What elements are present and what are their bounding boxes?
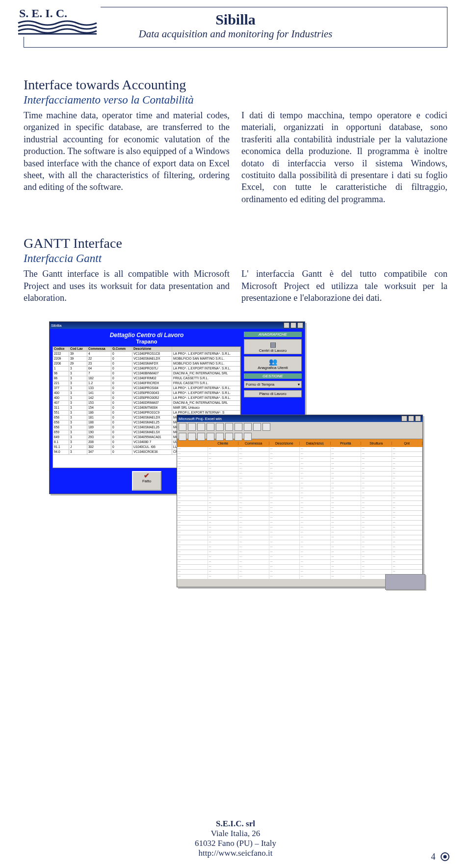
table-row[interactable]: ························ xyxy=(177,526,422,530)
table-row[interactable]: ························ xyxy=(177,516,422,521)
table-cell: 0 xyxy=(111,367,132,371)
toolbar-button[interactable] xyxy=(179,433,186,441)
table-row[interactable]: ························ xyxy=(177,467,422,472)
table-cell: ··· xyxy=(392,560,423,564)
table-row[interactable]: ························ xyxy=(177,550,422,555)
detail-subtitle: Trapano xyxy=(52,339,241,344)
table-cell: ··· xyxy=(177,501,208,505)
table-row[interactable]: ························ xyxy=(177,472,422,476)
table-row[interactable]: ························ xyxy=(177,447,422,452)
table-row[interactable]: 220629230VC1040SMAFDXMOBILFICIO SAN MART… xyxy=(53,362,240,367)
table-cell: ··· xyxy=(238,491,269,496)
detail-title: Dettaglio Centro di Lavoro xyxy=(52,332,241,339)
table-row[interactable]: ························ xyxy=(177,452,422,457)
table-row[interactable]: ························ xyxy=(177,530,422,535)
table-cell: ··· xyxy=(269,516,300,520)
minimize-button[interactable] xyxy=(284,322,289,328)
table-row[interactable]: 40031410VC1050PRO0043LA PRO^. L.EXPORT I… xyxy=(53,391,240,396)
table-row[interactable]: 31131540VC1040MTM004MAR SRL Unisoco xyxy=(53,406,240,411)
table-row[interactable]: ························ xyxy=(177,457,422,462)
table-row[interactable]: ························ xyxy=(177,560,422,565)
accounting-text-it: I dati di tempo macchina, tempo operator… xyxy=(241,109,447,205)
toolbar-button[interactable] xyxy=(262,423,270,431)
table-row[interactable]: 13640VC1040PRO07L/LA PRO^. L.EXPORT INTE… xyxy=(53,367,240,371)
table-row[interactable]: 220939220VC1040SMAELDXMOBILFICIO SAN MAR… xyxy=(53,357,240,362)
table-row[interactable]: 40731530VC1040DRIMA07DIACINI A_FIC INTER… xyxy=(53,401,240,406)
table-cell: ··· xyxy=(208,457,239,461)
toolbar-button[interactable] xyxy=(188,433,196,441)
table-cell: ··· xyxy=(361,545,392,550)
toolbar-button[interactable] xyxy=(197,433,205,441)
table-row[interactable]: ························ xyxy=(177,521,422,526)
table-cell: 1.2 xyxy=(87,381,111,386)
table-cell: ··· xyxy=(208,550,239,554)
table-row[interactable]: ························ xyxy=(177,511,422,516)
toolbar-button[interactable] xyxy=(188,423,196,431)
table-cell: ··· xyxy=(331,462,362,466)
toolbar-button[interactable] xyxy=(244,433,252,441)
fatto-button[interactable]: ✔ Fatto xyxy=(132,471,161,491)
table-row[interactable]: ························ xyxy=(177,555,422,560)
table-cell: 0 xyxy=(111,357,132,361)
table-cell: ··· xyxy=(300,516,331,520)
side-centri[interactable]: ▤ Centri di Lavoro xyxy=(244,339,302,354)
table-cell: ··· xyxy=(238,550,269,554)
table-row[interactable]: ························ xyxy=(177,501,422,506)
table-cell: ··· xyxy=(208,575,239,579)
toolbar-button[interactable] xyxy=(225,433,233,441)
maximize-button[interactable] xyxy=(408,416,414,421)
table-cell: ··· xyxy=(238,447,269,451)
table-row[interactable]: 8631820VC1040FRIM02FRIUL CASSETTI S.R.L. xyxy=(53,376,240,381)
toolbar-button[interactable] xyxy=(197,423,205,431)
table-row[interactable]: ························ xyxy=(177,462,422,467)
table-row[interactable]: ························ xyxy=(177,540,422,545)
side-piano[interactable]: Piano di Lavoro xyxy=(244,390,302,397)
table-cell: 551 xyxy=(53,411,69,415)
table-row[interactable]: ························ xyxy=(177,486,422,491)
table-row[interactable]: 37731330VC1040PROSI04LA PRO^. L.EXPORT I… xyxy=(53,386,240,391)
toolbar-button[interactable] xyxy=(235,433,242,441)
table-row[interactable]: 22223940VC1040PROS1C8LA PRO^. L.EXPORT I… xyxy=(53,352,240,357)
table-row[interactable]: ························ xyxy=(177,491,422,496)
toolbar-button[interactable] xyxy=(207,433,214,441)
table-row[interactable]: 96370VC1040BINMA07DIACINI A_FIC INTERNAT… xyxy=(53,371,240,376)
table-cell: VC1040FRICRDX xyxy=(132,381,172,386)
table-row[interactable]: ························ xyxy=(177,506,422,511)
table-cell: ··· xyxy=(392,550,423,554)
close-button[interactable] xyxy=(415,416,421,421)
toolbar-button[interactable] xyxy=(179,423,186,431)
table-cell: MOBILFICIO SAN MARTINO S.R.L. xyxy=(172,362,240,366)
table-cell: 3 xyxy=(69,391,87,395)
table-cell: ··· xyxy=(300,447,331,451)
table-row[interactable]: ························ xyxy=(177,496,422,501)
maximize-button[interactable] xyxy=(290,322,296,328)
table-cell: VC1040CROE36 xyxy=(132,450,172,454)
column-header xyxy=(172,347,240,351)
toolbar-button[interactable] xyxy=(216,433,224,441)
toolbar-button[interactable] xyxy=(207,423,214,431)
table-cell: 22 xyxy=(87,357,111,361)
table-cell: 3 xyxy=(69,440,87,445)
side-utenti[interactable]: 👥 Anagrafica Utenti xyxy=(244,356,302,371)
table-row[interactable]: ························ xyxy=(177,565,422,570)
side-forno[interactable]: Forno di Tempra ▾ xyxy=(244,381,302,388)
table-row[interactable]: ························ xyxy=(177,481,422,486)
table-row[interactable]: 40031420VC1050PRO0052LA PRO^. L.EXPORT I… xyxy=(53,396,240,401)
toolbar-button[interactable] xyxy=(216,423,224,431)
close-button[interactable] xyxy=(297,322,303,328)
table-cell: ··· xyxy=(177,555,208,559)
table-row[interactable]: ························ xyxy=(177,545,422,550)
table-cell: 0 xyxy=(111,406,132,410)
table-row[interactable]: 22131.20VC1040FRICRDXFRIUL CASSETTI S.R.… xyxy=(53,381,240,386)
toolbar-button[interactable] xyxy=(235,423,242,431)
toolbar-button[interactable] xyxy=(253,423,261,431)
table-row[interactable]: ························ xyxy=(177,476,422,481)
project-grid[interactable]: ········································… xyxy=(177,447,422,579)
toolbar-button[interactable] xyxy=(244,423,252,431)
table-cell: ··· xyxy=(238,516,269,520)
minimize-button[interactable] xyxy=(401,416,407,421)
toolbar-button[interactable] xyxy=(225,423,233,431)
table-cell: 1 xyxy=(53,367,69,371)
table-cell: ··· xyxy=(361,491,392,496)
table-row[interactable]: ························ xyxy=(177,535,422,540)
